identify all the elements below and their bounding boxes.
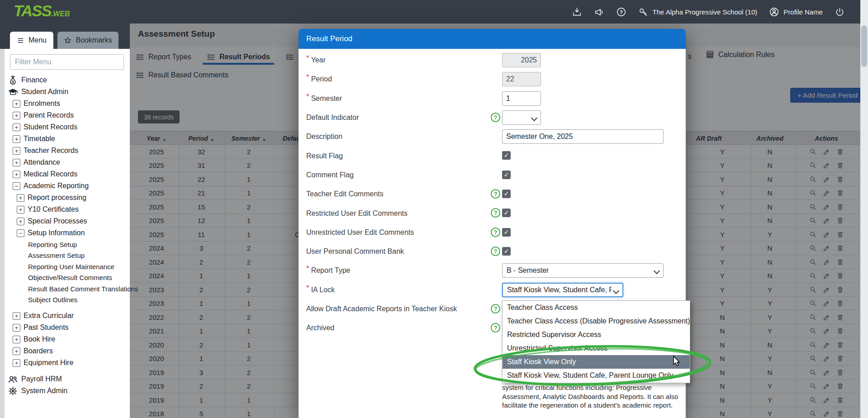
expand-icon[interactable] <box>17 218 24 225</box>
sidebar-item[interactable]: $ Student Admin <box>5 86 130 98</box>
tab-menu[interactable]: Menu <box>10 32 53 49</box>
tass-web-app: TASS.WEB ? The Alpha Progressive School … <box>0 0 868 418</box>
field-label: *Description <box>306 127 342 146</box>
sidebar-item[interactable]: $ Past Students <box>5 322 130 333</box>
form-row: *Comment Flag <box>299 166 686 185</box>
field-checkbox[interactable] <box>502 171 511 179</box>
sidebar-item[interactable]: $ Parent Records <box>5 109 130 121</box>
expand-icon[interactable] <box>13 336 20 343</box>
dropdown-option[interactable]: Staff Kiosk View, Student Cafe, Parent L… <box>503 369 690 382</box>
sidebar-item[interactable]: $ Enrolments <box>5 98 130 109</box>
dropdown-option[interactable]: Unrestricted Supervisor Access <box>503 342 690 355</box>
sidebar-item-label: Student Records <box>24 123 77 131</box>
field-help-icon[interactable] <box>491 247 500 256</box>
expand-icon[interactable] <box>13 135 20 143</box>
sidebar-item[interactable]: $ Report processing <box>5 192 130 204</box>
expand-icon[interactable] <box>13 124 20 131</box>
sidebar-item-label: Subject Outlines <box>28 296 77 304</box>
field-checkbox[interactable] <box>502 209 511 217</box>
field-input[interactable] <box>502 129 664 144</box>
expand-icon[interactable] <box>13 359 20 367</box>
field-checkbox[interactable] <box>502 228 511 237</box>
sidebar-item-label: Special Processes <box>28 217 87 225</box>
field-label: *User Personal Comment Bank <box>306 242 404 261</box>
power-icon[interactable] <box>835 7 845 17</box>
scrollbar-thumb[interactable] <box>861 25 867 67</box>
sidebar-item[interactable]: $ Boarders <box>5 345 130 357</box>
field-input[interactable] <box>502 53 541 67</box>
help-icon[interactable]: ? <box>616 7 626 17</box>
expand-icon[interactable] <box>13 159 20 166</box>
sidebar-item[interactable]: $ Y10 Certificates <box>5 204 130 215</box>
sidebar-item[interactable]: $ Timetable <box>5 133 130 145</box>
sidebar-item[interactable]: $ Subject Outlines <box>5 294 130 306</box>
field-select[interactable] <box>502 110 541 125</box>
download-icon[interactable] <box>572 7 582 17</box>
field-select[interactable]: Staff Kiosk View, Student Cafe, Par <box>502 283 623 297</box>
expand-icon[interactable] <box>13 147 20 155</box>
field-help-icon[interactable] <box>491 113 500 122</box>
expand-icon[interactable] <box>13 324 20 332</box>
sidebar-item-label: Student Admin <box>21 88 68 96</box>
chevron-down-icon <box>613 287 619 294</box>
expand-icon[interactable] <box>13 171 20 178</box>
field-checkbox[interactable] <box>502 190 511 198</box>
school-switcher[interactable]: The Alpha Progressive School (10) <box>638 7 758 17</box>
chevron-down-icon <box>531 115 537 121</box>
expand-icon[interactable] <box>17 206 24 214</box>
sidebar-item[interactable]: $ Reporting Setup <box>5 239 130 250</box>
field-help-icon[interactable] <box>491 189 500 199</box>
expand-icon[interactable] <box>13 100 20 108</box>
sidebar-item[interactable]: $ Teacher Records <box>5 145 130 157</box>
form-row: *Year 2025 <box>299 51 686 70</box>
sidebar-item[interactable]: $ Result Based Comment Translations <box>5 283 130 294</box>
sidebar-item[interactable]: $ Extra Curricular <box>5 310 130 322</box>
sidebar-item[interactable]: $ Objective/Result Comments <box>5 272 130 284</box>
field-help-icon[interactable] <box>491 208 500 218</box>
school-name: The Alpha Progressive School (10) <box>653 8 758 16</box>
sidebar-item[interactable]: $ Attendance <box>5 157 130 168</box>
sidebar-item[interactable]: $ Student Records <box>5 121 130 133</box>
sidebar-item[interactable]: $ Finance <box>5 74 130 86</box>
sidebar-item[interactable]: $ Medical Records <box>5 168 130 180</box>
field-label: *Comment Flag <box>306 166 354 185</box>
expand-icon[interactable] <box>13 112 20 119</box>
field-help-icon[interactable] <box>491 323 500 332</box>
sidebar-item[interactable]: $ Reporting User Maintenance <box>5 261 130 272</box>
expand-icon[interactable] <box>13 347 20 355</box>
sidebar-item[interactable]: $ Book Hire <box>5 333 130 345</box>
dropdown-option[interactable]: Staff Kiosk View Only <box>503 355 690 369</box>
field-help-icon[interactable] <box>491 228 500 237</box>
expand-icon[interactable] <box>13 312 20 320</box>
dropdown-option[interactable]: Teacher Class Access <box>503 301 690 314</box>
sidebar-item[interactable]: $ System Admin <box>5 385 130 397</box>
scrollbar-track[interactable] <box>860 0 868 418</box>
field-input[interactable] <box>502 72 541 86</box>
hamburger-icon <box>17 37 24 44</box>
form-row: *IA Lock Staff Kiosk View, Student Cafe,… <box>299 280 686 299</box>
dropdown-option[interactable]: Teacher Class Access (Disable Progressiv… <box>503 314 690 328</box>
modal-body: *Year 2025 *Period 22 *Semester <box>299 49 686 337</box>
field-checkbox[interactable] <box>502 247 511 256</box>
sidebar-item[interactable]: $ Payroll HRM <box>5 373 130 385</box>
profile-menu[interactable]: Profile Name <box>769 7 823 17</box>
field-input[interactable] <box>502 91 541 106</box>
sidebar-item-label: Enrolments <box>24 100 60 108</box>
field-select[interactable]: B - Semester <box>502 263 664 278</box>
sidebar-item[interactable]: $ Assessment Setup <box>5 250 130 261</box>
expand-icon[interactable] <box>13 182 20 190</box>
sidebar-item[interactable]: $ Setup Information <box>5 227 130 239</box>
dropdown-option[interactable]: Restricted Supervisor Access <box>503 328 690 342</box>
sidebar-item-label: System Admin <box>21 387 67 395</box>
expand-icon[interactable] <box>17 229 24 237</box>
sidebar-item[interactable]: $ Equipment Hire <box>5 357 130 369</box>
megaphone-icon[interactable] <box>594 7 604 17</box>
expand-icon[interactable] <box>17 194 24 202</box>
filter-menu-input[interactable] <box>10 54 124 70</box>
chevron-down-icon <box>654 268 660 274</box>
sidebar-item[interactable]: $ Academic Reporting <box>5 180 130 192</box>
sidebar-item[interactable]: $ Special Processes <box>5 215 130 227</box>
field-help-icon[interactable] <box>491 304 500 314</box>
field-checkbox[interactable] <box>502 151 511 160</box>
tab-bookmarks[interactable]: Bookmarks <box>57 32 119 49</box>
